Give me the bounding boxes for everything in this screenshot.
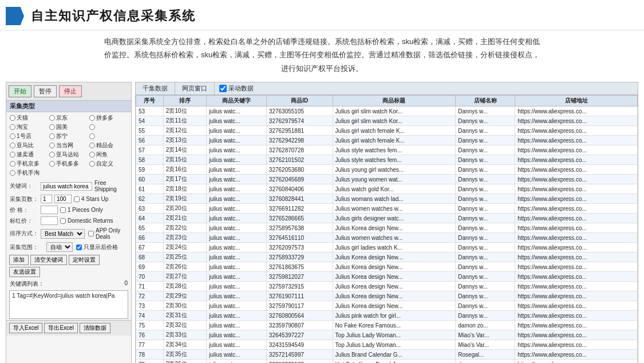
cell-url: https://www.aliexpress.co... [515, 175, 638, 184]
cell-id: 32760828441 [266, 194, 333, 204]
platform-mobile-jd[interactable]: 手机京多 [10, 160, 48, 168]
tab-collected-data[interactable]: 千集数据 [136, 82, 175, 94]
cell-rank: 2页19位 [163, 194, 206, 204]
clear-keyword-button[interactable]: 清空关键词 [30, 255, 67, 265]
cell-title: Hot Sale Korea Brand Ju... [333, 360, 456, 363]
cell-keyword: julius watc... [207, 330, 267, 340]
platform-jingdong[interactable]: 京东 [49, 114, 88, 122]
cell-seq: 78 [136, 350, 164, 360]
cell-keyword: julius watc... [207, 301, 267, 311]
cell-rank: 2页24位 [163, 243, 206, 252]
cell-title: Julius women watches w... [333, 204, 456, 214]
cell-title: Julius Korea design New... [333, 223, 456, 233]
cell-seq: 60 [136, 175, 164, 184]
price-label: 价 格： [10, 206, 38, 214]
price-min-input[interactable] [41, 206, 58, 214]
cell-url: https://www.aliexpress.co... [515, 233, 638, 243]
app-only-check[interactable]: APP Only Deals [88, 227, 128, 240]
platform-pinduoduo[interactable]: 拼多多 [89, 114, 128, 122]
cell-shop: Dannys w... [456, 106, 515, 116]
cell-seq: 53 [136, 106, 164, 116]
cell-seq: 58 [136, 155, 164, 165]
cell-url: https://www.aliexpress.co... [515, 155, 638, 165]
page-title: 自主知识产权信息采集系统 [31, 7, 196, 25]
cell-title: Julius Brand Calendar G... [333, 350, 456, 360]
cell-rank: 2页26位 [163, 262, 206, 272]
cell-seq: 70 [136, 272, 164, 282]
right-data-panel: 千集数据 网页窗口 采动数据 序号 排序 商品关键字 商品ID 商品标题 店铺名… [135, 82, 638, 363]
table-row: 63 2页20位 julius watc... 32766911282 Juli… [136, 204, 638, 214]
platform-amazon[interactable]: 亚马比 [10, 141, 48, 149]
keyword-list-label: 关键调列表： [10, 280, 44, 288]
timer-button[interactable]: 定时设置 [69, 255, 100, 265]
collect-range-row: 采集范围： 自动 只显示后价格 [6, 241, 131, 253]
domestic-check[interactable]: Domestic Returns [60, 218, 113, 224]
cell-rank: 2页31位 [163, 311, 206, 321]
tab-auto-data[interactable]: 采动数据 [215, 82, 258, 94]
pages-label: 采集页数： [10, 195, 38, 203]
col-title: 商品标题 [333, 96, 456, 106]
4stars-check[interactable]: 4 Stars Up [74, 196, 108, 202]
cell-shop: Dannys w... [456, 243, 515, 252]
table-row: 62 2页19位 julius watc... 32760828441 Juli… [136, 194, 638, 204]
pages-from-input[interactable] [41, 195, 52, 203]
keyword-input[interactable] [41, 182, 92, 191]
pages-to-input[interactable] [54, 195, 72, 203]
show-price-check[interactable]: 只显示后价格 [76, 243, 118, 251]
auto-data-checkbox[interactable] [219, 85, 227, 92]
start-button[interactable]: 开始 [9, 85, 31, 97]
cell-shop: Dannys w... [456, 194, 515, 204]
cell-id: 32761863675 [266, 262, 333, 272]
markup-input[interactable] [41, 216, 58, 225]
tab-web-window[interactable]: 网页窗口 [175, 82, 215, 94]
cell-keyword: julius watc... [207, 311, 267, 321]
platform-tianmao[interactable]: 天猫 [10, 114, 48, 122]
add-button[interactable]: 添加 [9, 255, 29, 265]
cell-seq: 55 [136, 126, 164, 136]
cell-title: Julius young girl watches... [333, 165, 456, 175]
table-row: 77 2页34位 julius watc... 32431594549 Top … [136, 340, 638, 350]
platform-custom[interactable]: 自定义 [89, 160, 128, 168]
cell-keyword: julius watc... [207, 165, 267, 175]
platform-suning[interactable]: 苏宁 [49, 132, 88, 140]
collect-range-select[interactable]: 自动 [46, 242, 73, 252]
left-control-panel: 开始 暂停 停止 采集类型 天猫 京东 拼多多 淘宝 国美 1号店 苏宁 亚马比… [6, 82, 132, 363]
cell-rank: 2页20位 [163, 204, 206, 214]
price-row: 价 格： 1 Pieces Only [6, 204, 131, 215]
cell-keyword: julius watc... [207, 340, 267, 350]
platform-aliexpress[interactable]: 速卖通 [10, 151, 48, 159]
clear-data-button[interactable]: 清除数据 [80, 323, 110, 333]
cell-id: 32762979574 [266, 116, 333, 126]
cell-url: https://www.aliexpress.co... [515, 252, 638, 262]
platform-amazon2[interactable]: 亚马达站 [49, 151, 88, 159]
platform-mobile-pdd[interactable]: 手机多多 [49, 160, 88, 168]
keyword-list-item: 1 Tag=#|KeyWord=julius watch korea|Pa [11, 292, 127, 299]
1piece-check[interactable]: 1 Pieces Only [60, 207, 103, 213]
cell-rank: 2页18位 [163, 184, 206, 194]
custom-button[interactable]: 友选设置 [9, 267, 40, 277]
cell-url: https://www.aliexpress.co... [515, 262, 638, 272]
stop-button[interactable]: 停止 [59, 85, 82, 97]
platform-dangdang[interactable]: 当当网 [49, 141, 88, 149]
platform-mobile-taobao[interactable]: 手机手淘 [10, 169, 48, 177]
cell-id: 32762951881 [266, 126, 333, 136]
platform-guomei[interactable]: 国美 [49, 123, 88, 131]
platform-jingpin[interactable]: 精品会 [89, 141, 128, 149]
cell-shop: Rosegal... [456, 350, 515, 360]
pause-button[interactable]: 暂停 [34, 85, 57, 97]
desc-line2: 价监控。系统包括标价检索，sku检索，满减，买赠，主图等任何变相低价监控。营通过… [34, 48, 610, 61]
cell-seq: 65 [136, 223, 164, 233]
cell-url: https://www.aliexpress.co... [515, 330, 638, 340]
cell-seq: 77 [136, 340, 164, 350]
cell-shop: Dannys w... [456, 165, 515, 175]
platform-1hao[interactable]: 1号店 [10, 132, 48, 140]
cell-shop: Dannys w... [456, 204, 515, 214]
export-excel-button[interactable]: 导出Excel [44, 323, 77, 333]
platform-taobao[interactable]: 淘宝 [10, 123, 48, 131]
platform-xianyu[interactable]: 闲鱼 [89, 151, 128, 159]
platform-blank1 [89, 123, 128, 131]
import-excel-button[interactable]: 导入Excel [9, 323, 42, 333]
cell-url: https://www.aliexpress.co... [515, 272, 638, 282]
cell-title: Julius girl slim watch Kor... [333, 106, 456, 116]
sort-select[interactable]: Best Match Price Low Price High [41, 229, 85, 239]
